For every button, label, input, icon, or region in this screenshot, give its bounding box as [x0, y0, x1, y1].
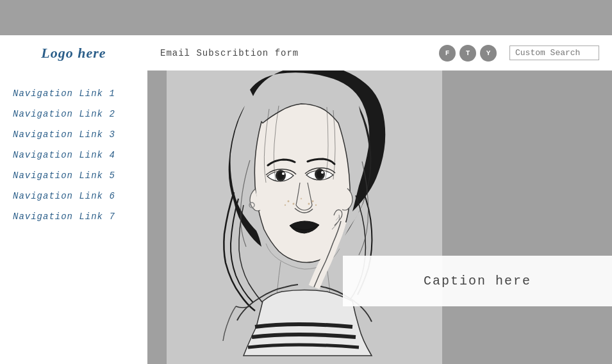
- caption-text: Caption here: [424, 274, 531, 288]
- email-subscription[interactable]: Email Subscribtion form: [160, 48, 426, 58]
- svg-point-12: [315, 204, 317, 206]
- twitter-icon[interactable]: T: [459, 45, 476, 62]
- search-input[interactable]: [509, 46, 599, 60]
- nav-link-7[interactable]: Navigation Link 7: [0, 206, 147, 227]
- svg-point-7: [288, 201, 290, 203]
- youtube-icon[interactable]: Y: [480, 45, 497, 62]
- nav-link-6[interactable]: Navigation Link 6: [0, 186, 147, 206]
- top-bar-right: [147, 0, 612, 35]
- caption-box: Caption here: [343, 256, 612, 306]
- svg-point-8: [293, 203, 295, 205]
- nav-link-2[interactable]: Navigation Link 2: [0, 104, 147, 124]
- header-content: Email Subscribtion form F T Y: [147, 45, 612, 62]
- content-area: Caption here: [147, 70, 612, 364]
- main: Navigation Link 1 Navigation Link 2 Navi…: [0, 70, 612, 364]
- svg-point-10: [312, 201, 314, 203]
- top-bar-left: [0, 0, 147, 35]
- svg-point-13: [301, 198, 302, 199]
- nav-link-1[interactable]: Navigation Link 1: [0, 83, 147, 104]
- svg-point-6: [321, 171, 324, 174]
- social-icons: F T Y: [439, 45, 497, 62]
- nav-link-5[interactable]: Navigation Link 5: [0, 165, 147, 186]
- logo: Logo here: [41, 45, 106, 62]
- svg-point-9: [285, 204, 286, 206]
- svg-point-11: [308, 203, 310, 205]
- svg-point-3: [282, 172, 285, 175]
- sidebar: Navigation Link 1 Navigation Link 2 Navi…: [0, 70, 147, 364]
- nav-link-3[interactable]: Navigation Link 3: [0, 124, 147, 145]
- header: Logo here Email Subscribtion form F T Y: [0, 35, 612, 70]
- nav-link-4[interactable]: Navigation Link 4: [0, 145, 147, 165]
- top-bar: [0, 0, 612, 35]
- logo-area: Logo here: [0, 35, 147, 70]
- sketch-image: [167, 70, 442, 364]
- facebook-icon[interactable]: F: [439, 45, 456, 62]
